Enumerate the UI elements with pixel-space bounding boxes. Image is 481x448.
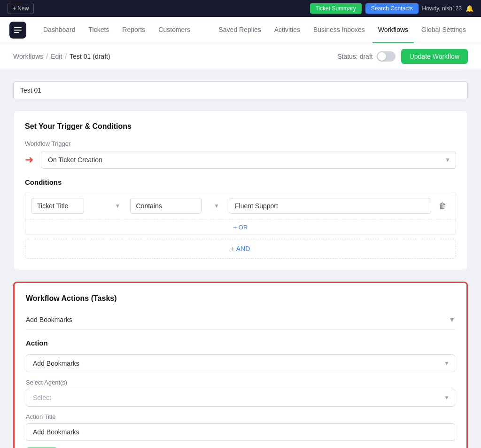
action-title-label: Action Title [26, 413, 455, 420]
breadcrumb-sep-2: / [65, 53, 67, 60]
breadcrumb-workflows[interactable]: Workflows [13, 53, 43, 60]
agent-select-wrapper: Select ▼ [26, 389, 455, 407]
action-body: Action Add Bookmarks Assign Agent Change… [26, 330, 455, 448]
conditions-title: Conditions [25, 178, 456, 186]
select-agents-label: Select Agent(s) [26, 379, 455, 386]
svg-rect-1 [14, 30, 22, 31]
breadcrumb-right: Status: draft Update Workflow [337, 49, 468, 64]
breadcrumb-edit[interactable]: Edit [51, 53, 62, 60]
breadcrumb: Workflows / Edit / Test 01 (draft) [13, 53, 110, 60]
nav-saved-replies[interactable]: Saved Replies [213, 17, 266, 43]
bell-icon[interactable]: 🔔 [465, 5, 473, 12]
status-label: Status: draft [337, 53, 372, 60]
trigger-select[interactable]: On Ticket Creation On Ticket Update On T… [41, 151, 456, 169]
status-toggle[interactable] [377, 51, 396, 62]
action-type-select[interactable]: Add Bookmarks Assign Agent Change Status… [26, 354, 455, 372]
or-button[interactable]: + OR [25, 220, 456, 235]
breadcrumb-bar: Workflows / Edit / Test 01 (draft) Statu… [0, 43, 481, 70]
action-item-header[interactable]: Add Bookmarks ▼ [26, 310, 455, 330]
trigger-row: ➜ On Ticket Creation On Ticket Update On… [25, 151, 456, 169]
condition-operator-wrapper: Contains Does not contain Equals Not equ… [130, 198, 225, 214]
breadcrumb-sep-1: / [46, 53, 48, 60]
action-title-input[interactable] [26, 423, 455, 441]
ticket-summary-button[interactable]: Ticket Summary [310, 3, 362, 14]
trigger-label: Workflow Trigger [25, 140, 456, 147]
toggle-knob [378, 52, 386, 61]
condition-operator-chevron-icon: ▼ [214, 203, 219, 209]
action-item-label: Add Bookmarks [26, 316, 72, 323]
action-select-group: Add Bookmarks Assign Agent Change Status… [26, 354, 455, 372]
howdy-text: Howdy, nish123 [422, 5, 462, 12]
condition-delete-button[interactable]: 🗑 [435, 200, 450, 212]
topbar-right: Ticket Summary Search Contacts Howdy, ni… [310, 3, 473, 14]
nav-links: Dashboard Tickets Reports Customers [38, 17, 213, 43]
actions-card: Workflow Actions (Tasks) Add Bookmarks ▼… [13, 282, 468, 448]
topbar: + New Ticket Summary Search Contacts How… [0, 0, 481, 17]
nav-tickets[interactable]: Tickets [83, 17, 115, 43]
action-item: Add Bookmarks ▼ Action Add Bookmarks Ass… [26, 310, 455, 448]
trigger-conditions-card: Set Your Trigger & Conditions Workflow T… [13, 110, 468, 270]
svg-rect-2 [14, 32, 19, 33]
topbar-left: + New [8, 3, 34, 14]
nav-workflows[interactable]: Workflows [372, 17, 414, 43]
red-arrow-icon: ➜ [25, 154, 33, 166]
condition-row-wrapper: Ticket Title Status Priority Agent ▼ Con… [25, 192, 456, 235]
and-button[interactable]: + AND [25, 239, 456, 259]
search-contacts-button[interactable]: Search Contacts [365, 3, 419, 14]
nav-customers[interactable]: Customers [153, 17, 196, 43]
actions-title: Workflow Actions (Tasks) [26, 294, 455, 303]
condition-operator-select[interactable]: Contains Does not contain Equals Not equ… [130, 198, 202, 214]
update-workflow-button[interactable]: Update Workflow [401, 49, 468, 64]
workflow-name-input[interactable] [13, 81, 468, 99]
condition-field-wrapper: Ticket Title Status Priority Agent ▼ [31, 198, 126, 214]
breadcrumb-current: Test 01 (draft) [70, 53, 110, 60]
logo[interactable] [9, 22, 26, 39]
new-button[interactable]: + New [8, 3, 34, 14]
nav-global-settings[interactable]: Global Settings [416, 17, 472, 43]
condition-field-chevron-icon: ▼ [115, 203, 121, 209]
condition-row: Ticket Title Status Priority Agent ▼ Con… [25, 192, 456, 220]
trigger-select-wrapper: On Ticket Creation On Ticket Update On T… [41, 151, 456, 169]
action-select-wrapper: Add Bookmarks Assign Agent Change Status… [26, 354, 455, 372]
status-toggle-wrapper: Status: draft [337, 51, 395, 62]
nav-dashboard[interactable]: Dashboard [38, 17, 81, 43]
action-title-group: Action Title [26, 413, 455, 441]
nav-reports[interactable]: Reports [116, 17, 151, 43]
nav-right: Saved Replies Activities Business Inboxe… [213, 17, 472, 43]
page-content: Set Your Trigger & Conditions Workflow T… [0, 70, 481, 448]
action-subtitle: Action [26, 339, 455, 347]
navbar: Dashboard Tickets Reports Customers Save… [0, 17, 481, 43]
agent-select[interactable]: Select [26, 389, 455, 407]
nav-business-inboxes[interactable]: Business Inboxes [308, 17, 371, 43]
condition-field-select[interactable]: Ticket Title Status Priority Agent [31, 198, 84, 214]
nav-activities[interactable]: Activities [269, 17, 306, 43]
trigger-section-title: Set Your Trigger & Conditions [25, 122, 456, 131]
action-item-chevron-icon: ▼ [449, 316, 455, 323]
svg-rect-0 [14, 27, 22, 28]
condition-value-input[interactable] [229, 198, 431, 214]
select-agents-group: Select Agent(s) Select ▼ [26, 379, 455, 407]
